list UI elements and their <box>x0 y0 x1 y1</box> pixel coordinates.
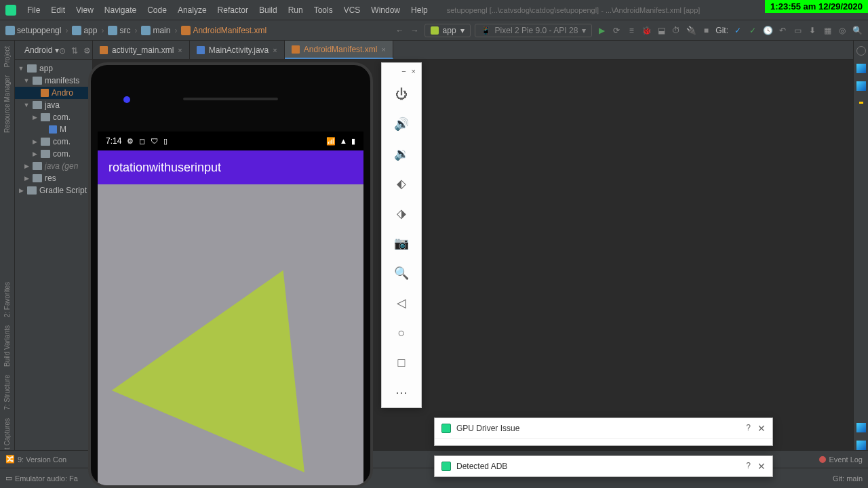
close-icon[interactable]: × <box>273 46 277 54</box>
breadcrumb-item[interactable]: AndroidManifest.xml <box>181 26 267 35</box>
project-tab[interactable]: Project <box>3 46 11 67</box>
phone-screen[interactable]: 7:14 ⚙ ◻ 🛡 ▯ 📶 ▲ ▮ rotationwithuserinput <box>98 131 363 485</box>
tree-node[interactable]: ▼manifests <box>15 75 92 87</box>
editor-tab[interactable]: activity_main.xml× <box>93 41 190 59</box>
breadcrumb-item[interactable]: setupopengl <box>5 26 61 35</box>
favorites-tab[interactable]: 2: Favorites <box>3 282 11 317</box>
attach-debugger-icon[interactable]: 🔌 <box>686 25 696 36</box>
volume-up-button[interactable]: 🔊 <box>382 109 421 139</box>
tree-node[interactable]: M <box>15 123 92 136</box>
menu-file[interactable]: File <box>22 3 45 18</box>
profiler-icon[interactable]: ⏱ <box>671 25 682 36</box>
breadcrumb-item[interactable]: main <box>141 26 170 35</box>
tree-node[interactable]: ▶com. <box>15 148 92 160</box>
tree-arrow-icon[interactable]: ▶ <box>31 150 38 157</box>
event-log-tab[interactable]: Event Log <box>819 455 863 464</box>
run-configuration-selector[interactable]: app ▾ <box>425 24 471 37</box>
menu-build[interactable]: Build <box>254 3 283 18</box>
menu-run[interactable]: Run <box>283 3 309 18</box>
close-icon[interactable]: × <box>412 67 416 75</box>
tree-node[interactable]: ▼java <box>15 99 92 111</box>
tree-node[interactable]: ▶Gradle Script <box>15 184 92 197</box>
tree-arrow-icon[interactable]: ▶ <box>23 175 30 182</box>
menu-window[interactable]: Window <box>366 3 406 18</box>
menu-help[interactable]: Help <box>406 3 433 18</box>
menu-navigate[interactable]: Navigate <box>99 3 142 18</box>
nav-forward-icon[interactable]: → <box>410 25 420 36</box>
minimize-icon[interactable]: − <box>401 67 406 75</box>
tree-node[interactable]: ▶com. <box>15 136 92 148</box>
menu-edit[interactable]: Edit <box>45 3 71 18</box>
close-icon[interactable]: ✕ <box>757 423 766 434</box>
tree-arrow-icon[interactable]: ▼ <box>23 77 30 84</box>
sdk-manager-icon[interactable]: ⬇ <box>807 25 818 36</box>
screenshot-button[interactable]: 📷 <box>382 228 421 258</box>
flutter-outline-icon[interactable] <box>856 81 866 91</box>
filter-icon[interactable]: ⇅ <box>71 46 79 54</box>
apply-changes-icon[interactable]: ⟳ <box>611 25 622 36</box>
tree-node[interactable]: ▶com. <box>15 111 92 123</box>
menu-analyze[interactable]: Analyze <box>172 3 212 18</box>
vcs-history-icon[interactable]: 🕓 <box>762 25 773 36</box>
tree-node[interactable]: ▶java (gen <box>15 160 92 172</box>
vcs-update-icon[interactable]: ✓ <box>732 25 743 36</box>
menu-view[interactable]: View <box>71 3 99 18</box>
zoom-button[interactable]: 🔍 <box>382 258 421 288</box>
align-icon[interactable]: ≡ <box>626 25 637 36</box>
resource-manager-icon[interactable]: ▦ <box>822 25 833 36</box>
stop-button[interactable]: ■ <box>701 25 711 36</box>
tree-arrow-icon[interactable]: ▼ <box>18 65 24 72</box>
opengl-surface[interactable] <box>98 184 363 485</box>
volume-down-button[interactable]: 🔉 <box>382 139 421 169</box>
back-button[interactable]: ◁ <box>382 288 421 318</box>
menu-vcs[interactable]: VCS <box>338 3 366 18</box>
flutter-inspector-icon[interactable] <box>856 423 866 432</box>
version-control-tab[interactable]: 🔀9: Version Con <box>5 455 66 464</box>
breadcrumb-item[interactable]: app <box>72 26 97 35</box>
power-button[interactable]: ⏻ <box>382 79 421 109</box>
debug-button[interactable]: 🐞 <box>641 25 652 36</box>
editor-tab[interactable]: MainActivity.java× <box>190 41 285 59</box>
run-button[interactable]: ▶ <box>596 25 607 36</box>
layout-inspector-icon[interactable]: ◎ <box>837 25 848 36</box>
target-icon[interactable]: ⊙ <box>59 46 67 54</box>
coverage-icon[interactable]: ⬓ <box>656 25 667 36</box>
help-icon[interactable]: ? <box>746 461 751 472</box>
tree-arrow-icon[interactable]: ▼ <box>23 102 30 108</box>
editor-tab[interactable]: AndroidManifest.xml× <box>285 41 393 59</box>
eye-icon[interactable] <box>856 46 866 56</box>
menu-refactor[interactable]: Refactor <box>212 3 254 18</box>
gradle-tab-icon[interactable] <box>856 64 866 73</box>
search-icon[interactable]: 🔍 <box>852 25 863 36</box>
vcs-commit-icon[interactable]: ✓ <box>747 25 758 36</box>
tree-arrow-icon[interactable]: ▶ <box>31 138 38 145</box>
project-panel-header[interactable]: Android ▾ ⊙ ⇅ ⚙ − <box>15 41 92 60</box>
overview-button[interactable]: □ <box>382 348 421 378</box>
device-selector[interactable]: 📱 Pixel 2 Pie 9.0 - API 28 ▾ <box>475 24 593 37</box>
git-branch-indicator[interactable]: Git: main <box>833 474 863 483</box>
rotate-right-button[interactable]: ⬗ <box>382 199 421 228</box>
build-variants-tab[interactable]: Build Variants <box>3 325 11 367</box>
structure-tab[interactable]: 7: Structure <box>3 375 11 410</box>
tree-arrow-icon[interactable]: ▶ <box>23 163 30 169</box>
home-button[interactable]: ○ <box>382 318 421 348</box>
menu-code[interactable]: Code <box>142 3 172 18</box>
help-icon[interactable]: ? <box>746 423 751 434</box>
avd-manager-icon[interactable]: ▭ <box>792 25 803 36</box>
tree-arrow-icon[interactable]: ▶ <box>18 187 24 194</box>
breadcrumb-item[interactable]: src <box>108 26 130 35</box>
tree-arrow-icon[interactable]: ▶ <box>31 114 38 121</box>
more-button[interactable]: ⋯ <box>382 378 421 407</box>
close-icon[interactable]: ✕ <box>757 461 766 472</box>
flutter-performance-icon[interactable] <box>856 441 866 450</box>
gear-icon[interactable]: ⚙ <box>83 46 92 54</box>
close-icon[interactable]: × <box>178 46 182 54</box>
tree-node[interactable]: ▶res <box>15 172 92 184</box>
nav-back-icon[interactable]: ← <box>395 25 406 36</box>
revert-icon[interactable]: ↶ <box>777 25 788 36</box>
close-icon[interactable]: × <box>381 45 385 54</box>
tree-node[interactable]: Andro <box>15 87 92 99</box>
rotate-left-button[interactable]: ⬖ <box>382 169 421 199</box>
resource-manager-tab[interactable]: Resource Manager <box>3 75 11 133</box>
tree-node[interactable]: ▼app <box>15 62 92 75</box>
